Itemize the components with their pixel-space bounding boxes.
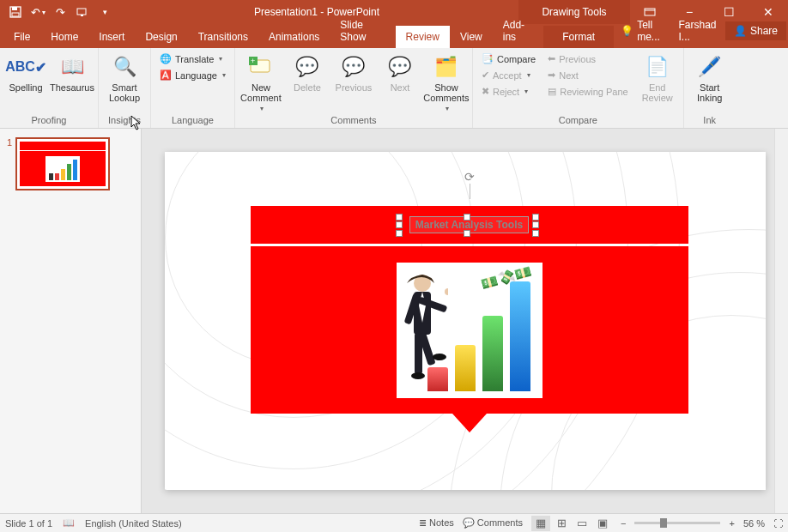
slide-thumbnail[interactable]: 1 <box>7 137 134 190</box>
selection-handle[interactable] <box>396 221 403 228</box>
thesaurus-button[interactable]: 📖Thesaurus <box>52 50 93 93</box>
svg-rect-1 <box>12 7 17 10</box>
group-ink: 🖊️Start Inking Ink <box>684 48 736 128</box>
tab-format[interactable]: Format <box>543 26 614 48</box>
slide-canvas[interactable]: ⟳ Market Analysis Tools <box>165 152 766 490</box>
tab-transitions[interactable]: Transitions <box>188 26 258 48</box>
selection-handle[interactable] <box>532 221 539 228</box>
selection-handle[interactable] <box>464 230 470 237</box>
selection-handle[interactable] <box>532 214 539 221</box>
svg-point-19 <box>433 354 446 360</box>
reviewing-pane-icon: ▤ <box>548 86 556 97</box>
vertical-scrollbar[interactable] <box>774 129 788 513</box>
selection-handle[interactable] <box>396 214 403 221</box>
svg-point-18 <box>411 372 425 379</box>
tab-insert[interactable]: Insert <box>88 26 135 48</box>
zoom-slider-thumb[interactable] <box>660 518 667 528</box>
next-change-icon: ➡ <box>548 70 555 81</box>
svg-rect-3 <box>77 9 86 15</box>
zoom-level[interactable]: 56 % <box>743 518 765 529</box>
spellcheck-status-icon[interactable]: 📖 <box>63 517 75 529</box>
smart-lookup-button[interactable]: 🔍Smart Lookup <box>104 50 145 103</box>
tab-design[interactable]: Design <box>135 26 187 48</box>
redo-icon[interactable]: ↷ <box>50 2 70 22</box>
reject-button: ✖Reject▾ <box>478 84 539 99</box>
compare-next-button: ➡Next <box>544 68 632 82</box>
save-icon[interactable] <box>5 2 26 22</box>
svg-text:+: + <box>251 57 255 65</box>
group-comments: +New Comment▾ 💬Delete 💬Previous 💬Next 🗂️… <box>235 48 473 128</box>
tell-me-search[interactable]: 💡Tell me... <box>614 14 671 48</box>
group-proofing: ABC✔Spelling 📖Thesaurus Proofing <box>0 48 99 128</box>
view-buttons: ▦ ⊞ ▭ ▣ <box>531 516 612 531</box>
thumbnail-preview[interactable] <box>15 137 110 190</box>
group-compare: 📑Compare ✔Accept▾ ✖Reject▾ ⬅Previous ➡Ne… <box>473 48 684 128</box>
zoom-slider[interactable] <box>634 522 720 524</box>
translate-button[interactable]: 🌐Translate▾ <box>156 51 229 66</box>
zoom-in-button[interactable]: + <box>729 518 734 529</box>
slideshow-view-icon[interactable]: ▣ <box>593 516 612 531</box>
slide-number: 1 <box>7 137 12 190</box>
ribbon-tabs: File Home Insert Design Transitions Anim… <box>0 24 788 48</box>
reading-view-icon[interactable]: ▭ <box>573 516 591 531</box>
reviewing-pane-button: ▤Reviewing Pane <box>544 84 632 99</box>
account-name[interactable]: Farshad I... <box>674 14 724 48</box>
delete-comment-icon: 💬 <box>294 53 321 81</box>
slide-sorter-icon[interactable]: ⊞ <box>552 516 571 531</box>
accept-icon: ✔ <box>482 70 489 81</box>
new-comment-icon: + <box>247 53 275 81</box>
language-button[interactable]: 🅰️Language▾ <box>156 68 229 82</box>
tab-view[interactable]: View <box>450 26 493 48</box>
tab-file[interactable]: File <box>3 26 40 48</box>
inking-icon: 🖊️ <box>696 53 724 81</box>
spelling-icon: ABC✔ <box>12 53 39 81</box>
chart-image[interactable]: 💵💸💵 <box>397 263 543 398</box>
normal-view-icon[interactable]: ▦ <box>531 516 550 531</box>
previous-comment-button: 💬Previous <box>333 50 374 93</box>
zoom-out-button[interactable]: − <box>621 518 626 529</box>
share-button[interactable]: 👤Share <box>725 21 786 40</box>
callout-pointer <box>452 414 487 432</box>
callout-title-bar[interactable]: ⟳ Market Analysis Tools <box>251 206 688 244</box>
qat-customize-icon[interactable]: ▾ <box>94 2 115 22</box>
callout-shape[interactable]: ⟳ Market Analysis Tools <box>251 206 688 432</box>
translate-icon: 🌐 <box>160 53 172 64</box>
compare-button[interactable]: 📑Compare <box>478 51 539 66</box>
fit-to-window-icon[interactable]: ⛶ <box>773 518 783 529</box>
undo-icon[interactable]: ↶▾ <box>27 2 48 22</box>
show-comments-button[interactable]: 🗂️Show Comments▾ <box>426 50 467 112</box>
window-title: Presentation1 - PowerPoint <box>115 6 518 18</box>
start-from-beginning-icon[interactable] <box>72 2 93 22</box>
svg-point-15 <box>445 288 448 295</box>
end-review-icon: 📄 <box>644 53 671 81</box>
tab-animations[interactable]: Animations <box>258 26 330 48</box>
slide-editor[interactable]: ⟳ Market Analysis Tools <box>142 129 788 513</box>
selection-handle[interactable] <box>532 230 539 237</box>
spelling-button[interactable]: ABC✔Spelling <box>5 50 46 93</box>
start-inking-button[interactable]: 🖊️Start Inking <box>689 50 730 103</box>
ribbon: ABC✔Spelling 📖Thesaurus Proofing 🔍Smart … <box>0 48 788 129</box>
rotation-handle[interactable]: ⟳ <box>463 170 476 184</box>
person-icon: 👤 <box>734 25 747 37</box>
tab-home[interactable]: Home <box>40 26 88 48</box>
slide-thumbnail-pane[interactable]: 1 <box>0 129 142 513</box>
svg-rect-2 <box>12 13 19 16</box>
tab-slideshow[interactable]: Slide Show <box>330 14 395 48</box>
svg-rect-4 <box>81 15 83 16</box>
next-comment-button: 💬Next <box>379 50 421 93</box>
previous-comment-icon: 💬 <box>340 53 367 81</box>
language-icon: 🅰️ <box>160 70 172 81</box>
lightbulb-icon: 💡 <box>621 25 633 37</box>
tab-addins[interactable]: Add-ins <box>493 14 543 48</box>
notes-toggle[interactable]: ≣ Notes <box>419 517 454 529</box>
slide-counter[interactable]: Slide 1 of 1 <box>5 518 52 529</box>
selection-handle[interactable] <box>396 230 403 237</box>
new-comment-button[interactable]: +New Comment▾ <box>240 50 282 112</box>
language-status[interactable]: English (United States) <box>85 518 182 529</box>
callout-body[interactable]: 💵💸💵 <box>251 246 688 414</box>
quick-access-toolbar: ↶▾ ↷ ▾ <box>0 2 115 22</box>
selection-handle[interactable] <box>464 214 470 221</box>
tab-review[interactable]: Review <box>396 26 450 48</box>
comments-toggle[interactable]: 💬 Comments <box>463 517 523 529</box>
accept-button: ✔Accept▾ <box>478 68 539 82</box>
